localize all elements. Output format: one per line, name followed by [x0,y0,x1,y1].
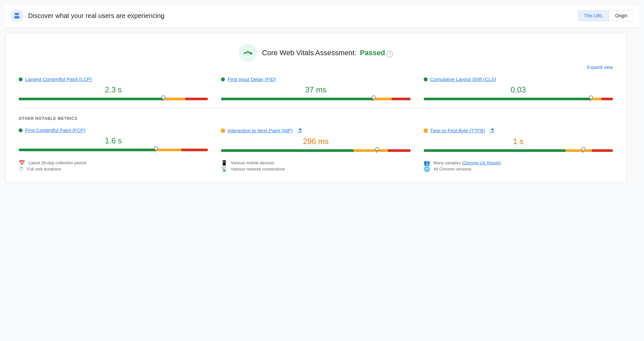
footer-text: Many samples (Chrome UX Report) [433,160,501,165]
flask-icon: ⚗ [490,127,494,134]
metric-name-lcp: Largest Contentful Paint (LCP) [25,76,92,82]
footer-text: Latest 28-day collection period [28,160,86,165]
cwv-icon [239,44,257,62]
footer-item: 📱 Various mobile devices [221,160,410,166]
metric-label-ttfb[interactable]: Time to First Byte (TTFB) ⚗ [424,127,613,134]
progress-bar-inp [221,149,410,152]
cwv-assessment-text: Core Web Vitals Assessment: Passed ? [262,49,393,57]
metric-value-fcp: 1.6 s [19,136,208,145]
metric-label-inp[interactable]: Interaction to Next Paint (INP) ⚗ [221,127,410,134]
footer-item: 👥 Many samples (Chrome UX Report) [424,160,613,166]
footer-item: 📡 Various network connections [221,166,410,172]
metric-dot-lcp [19,77,23,81]
metric-inp: Interaction to Next Paint (INP) ⚗ 296 ms [221,127,410,152]
metric-value-ttfb: 1 s [424,137,613,146]
url-origin-toggle: This URL Origin [578,10,634,21]
expand-view-link[interactable]: Expand view [19,65,613,70]
metric-ttfb: Time to First Byte (TTFB) ⚗ 1 s [424,127,613,152]
metric-marker-fid [373,96,373,102]
svg-point-5 [251,53,252,54]
page-title: Discover what your real users are experi… [28,12,164,20]
progress-bar-fid [221,98,410,100]
metric-dot-fcp [19,128,23,132]
metric-label-fid[interactable]: First Input Delay (FID) [221,76,410,82]
footer-grid: 📅 Latest 28-day collection period ⏱ Full… [19,160,613,172]
footer-icon: 📱 [221,160,228,166]
metric-marker-inp [376,148,377,153]
footer-item: ⏱ Full visit durations [19,166,208,172]
metric-marker-fcp [155,147,156,153]
cwv-header: Core Web Vitals Assessment: Passed ? [19,44,613,62]
metric-fcp: First Contentful Paint (FCP) 1.6 s [19,127,208,152]
metric-name-cls: Cumulative Layout Shift (CLS) [430,76,496,82]
metric-name-fid: First Input Delay (FID) [228,76,276,82]
origin-button[interactable]: Origin [609,10,633,21]
footer-col-3: 👥 Many samples (Chrome UX Report) 🌐 All … [424,160,613,172]
footer-item: 📅 Latest 28-day collection period [19,160,208,166]
progress-bar-lcp [19,98,208,100]
metric-label-fcp[interactable]: First Contentful Paint (FCP) [19,127,208,133]
cwv-label: Core Web Vitals Assessment: [262,49,357,57]
metric-lcp: Largest Contentful Paint (LCP) 2.3 s [19,76,208,100]
core-metrics-grid: Largest Contentful Paint (LCP) 2.3 s Fir… [19,76,613,100]
footer-icon: 👥 [424,160,430,166]
footer-col-1: 📅 Latest 28-day collection period ⏱ Full… [19,160,208,172]
other-metrics-grid: First Contentful Paint (FCP) 1.6 s Inter… [19,127,613,152]
footer-col-2: 📱 Various mobile devices 📡 Various netwo… [221,160,410,172]
metric-fid: First Input Delay (FID) 37 ms [221,76,410,100]
footer-text: Full visit durations [27,167,61,171]
metric-marker-cls [590,96,591,102]
metric-value-lcp: 2.3 s [19,85,208,94]
progress-bar-cls [424,98,613,100]
metric-value-cls: 0.03 [424,85,613,94]
metric-label-lcp[interactable]: Largest Contentful Paint (LCP) [19,76,208,82]
app-logo [10,9,24,22]
metric-label-cls[interactable]: Cumulative Layout Shift (CLS) [424,76,613,82]
metric-dot-ttfb [424,129,428,133]
metric-value-fid: 37 ms [221,85,410,94]
footer-text: Various mobile devices [231,160,274,165]
footer-icon: 🌐 [424,166,430,172]
metric-name-ttfb: Time to First Byte (TTFB) [430,128,485,133]
other-metrics-title: OTHER NOTABLE METRICS [19,116,613,121]
chrome-ux-report-link[interactable]: Chrome UX Report [463,160,500,165]
progress-bar-fcp [19,149,208,151]
this-url-button[interactable]: This URL [578,10,609,21]
metric-value-inp: 296 ms [221,137,410,146]
cwv-status: Passed [360,49,385,57]
progress-bar-ttfb [424,149,613,152]
metric-marker-ttfb [583,148,583,153]
svg-point-3 [16,16,20,19]
svg-point-1 [17,13,19,15]
main-card: Core Web Vitals Assessment: Passed ? Exp… [5,33,626,183]
footer-icon: 📡 [221,166,228,172]
metric-marker-lcp [162,96,163,102]
metric-dot-fid [221,77,225,81]
help-icon[interactable]: ? [386,51,393,57]
footer-icon: ⏱ [19,166,24,172]
footer-item: 🌐 All Chrome versions [424,166,613,172]
metric-dot-inp [221,129,225,133]
footer-icon: 📅 [19,160,25,166]
metric-name-fcp: First Contentful Paint (FCP) [25,127,85,133]
metric-dot-cls [424,77,428,81]
metric-name-inp: Interaction to Next Paint (INP) [228,128,293,133]
section-divider [19,108,613,108]
flask-icon: ⚗ [297,127,302,134]
footer-text: Various network connections [231,167,285,171]
metric-cls: Cumulative Layout Shift (CLS) 0.03 [424,76,613,100]
footer-text: All Chrome versions [433,167,471,171]
